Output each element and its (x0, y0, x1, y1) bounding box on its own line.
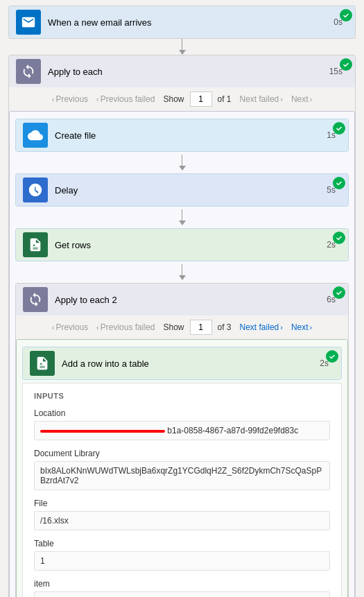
add-row-check (326, 350, 338, 363)
arrow-4 (10, 264, 354, 280)
arrow-3 (10, 209, 354, 225)
create-file-step[interactable]: Create file 1s (16, 119, 348, 151)
prev-label-1: Previous (55, 94, 88, 104)
get-rows-check (333, 232, 345, 244)
show-label-2: Show (163, 322, 184, 332)
next-label-1: Next (291, 94, 309, 104)
show-input-1[interactable] (190, 92, 212, 107)
delay-step[interactable]: Delay 5s (16, 174, 348, 206)
apply-each-step[interactable]: Apply to each 15s (9, 55, 355, 87)
get-rows-outer: Get rows 2s (15, 228, 349, 261)
file-label: File (34, 499, 330, 508)
location-suffix: b1a-0858-4867-a87d-99fd2e9fd83c (167, 426, 298, 435)
prev-failed-chevron-2: ‹ (96, 323, 99, 331)
loop-icon-2 (28, 292, 43, 307)
apply-each-2-icon (23, 287, 48, 312)
next-label-2: Next (291, 322, 309, 332)
delay-icon (23, 178, 48, 202)
doclib-label: Document Library (34, 449, 330, 458)
arrow-1 (8, 39, 356, 55)
prev-label-2: Previous (55, 322, 88, 332)
prev-failed-chevron-1: ‹ (96, 95, 99, 103)
show-input-2[interactable] (190, 320, 212, 335)
clock-icon (28, 182, 43, 198)
prev-failed-link-1[interactable]: ‹ Previous failed (94, 93, 157, 105)
loop-icon (21, 64, 36, 79)
pagination-1: ‹ Previous ‹ Previous failed Show of 1 N… (9, 87, 355, 111)
item-code: { "Carrier": "Test1", "E-mails": "om", "… (34, 591, 330, 597)
prev-failed-label-1: Previous failed (101, 94, 155, 104)
prev-link-1[interactable]: ‹ Previous (49, 93, 91, 105)
location-value: b1a-0858-4867-a87d-99fd2e9fd83c (34, 421, 330, 440)
check-icon-5 (336, 234, 343, 241)
delay-label: Delay (55, 185, 327, 196)
next-failed-chevron-2: › (280, 323, 283, 331)
delay-check (333, 177, 345, 189)
apply-each-2-wrapper: Apply to each 2 6s ‹ Previous ‹ (15, 283, 349, 597)
add-row-outer: Add a row into a table 2s INPUTS (22, 347, 342, 597)
prev-link-2[interactable]: ‹ Previous (49, 321, 91, 334)
cloud-icon (28, 128, 43, 143)
pagination-2: ‹ Previous ‹ Previous failed Show of 3 N… (16, 315, 348, 339)
check-icon-3 (336, 125, 343, 132)
apply-each-2-step[interactable]: Apply to each 2 6s (16, 284, 348, 315)
apply-each-outer: Apply to each 15s ‹ Previous ‹ Previous … (8, 55, 356, 597)
item-label: item (34, 579, 330, 589)
check-icon-4 (336, 180, 343, 187)
get-rows-label: Get rows (55, 240, 327, 250)
add-row-step[interactable]: Add a row into a table 2s (23, 347, 341, 379)
prev-failed-link-2[interactable]: ‹ Previous failed (94, 321, 157, 334)
file-value: /16.xlsx (34, 511, 330, 530)
excel-icon (28, 237, 43, 252)
next-link-2[interactable]: Next › (288, 321, 315, 334)
next-failed-label-2: Next failed (240, 322, 279, 332)
email-check-badge (340, 9, 352, 21)
next-failed-chevron-1: › (280, 95, 283, 103)
email-step[interactable]: When a new email arrives 0s (9, 6, 355, 38)
apply-each-label: Apply to each (48, 67, 329, 77)
add-row-icon (30, 351, 55, 376)
check-icon-7 (329, 353, 336, 360)
prev-chevron-2: ‹ (52, 323, 55, 331)
apply-each-body: Create file 1s (9, 111, 355, 597)
add-row-wrapper: Add a row into a table 2s (22, 347, 342, 380)
inputs-title: INPUTS (34, 392, 330, 400)
get-rows-step[interactable]: Get rows 2s (16, 229, 348, 261)
email-icon (21, 15, 36, 30)
of-label-1: of 1 (218, 94, 232, 104)
email-step-label: When a new email arrives (48, 17, 333, 28)
show-label-1: Show (163, 94, 184, 104)
next-failed-link-2[interactable]: Next failed › (237, 321, 286, 334)
arrow-2 (10, 155, 354, 171)
next-link-1[interactable]: Next › (288, 93, 315, 105)
next-failed-link-1[interactable]: Next failed › (237, 93, 286, 105)
doclib-value: bIx8ALoKNnWUWdTWLsbjBa6xqrZg1YCGdlqH2Z_S… (34, 461, 330, 490)
table-label: Table (34, 539, 330, 548)
check-icon-2 (343, 61, 349, 68)
apply-each-2-label: Apply to each 2 (55, 295, 327, 305)
prev-failed-label-2: Previous failed (101, 322, 155, 332)
next-chevron-1: › (310, 95, 313, 103)
table-value: 1 (34, 551, 330, 571)
delay-wrapper: Delay 5s (15, 173, 349, 207)
create-file-outer: Create file 1s (15, 119, 349, 152)
apply-each-2-body: Add a row into a table 2s INPUTS (16, 339, 348, 597)
apply-each-2-check (333, 286, 345, 299)
get-rows-wrapper: Get rows 2s (15, 228, 349, 261)
location-label: Location (34, 408, 330, 418)
create-file-wrapper: Create file 1s (15, 119, 349, 152)
prev-chevron-1: ‹ (52, 95, 55, 103)
apply-each-check (340, 58, 352, 71)
apply-each-icon (16, 59, 41, 84)
create-file-check (333, 122, 345, 135)
delay-outer: Delay 5s (15, 173, 349, 207)
create-file-icon (23, 123, 48, 148)
next-chevron-2: › (310, 323, 313, 331)
check-icon-6 (336, 289, 343, 296)
check-icon (343, 12, 349, 19)
apply-each-2-outer: Apply to each 2 6s ‹ Previous ‹ (15, 283, 349, 597)
create-file-label: Create file (55, 130, 327, 141)
add-row-label: Add a row into a table (62, 358, 320, 369)
inputs-panel: INPUTS Location b1a-0858-4867-a87d-99fd2… (22, 383, 342, 597)
email-step-icon (16, 10, 41, 35)
